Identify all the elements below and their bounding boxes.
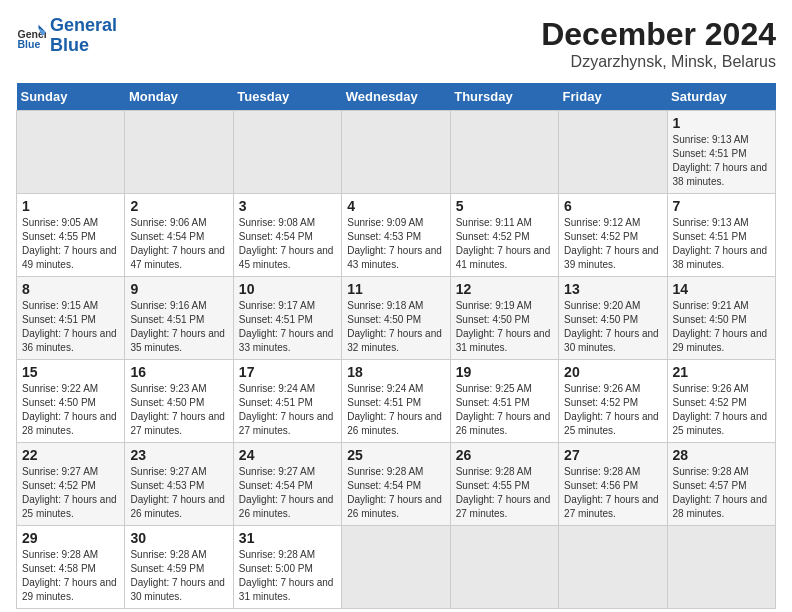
day-number: 10: [239, 281, 336, 297]
page-header: General Blue GeneralBlue December 2024 D…: [16, 16, 776, 71]
calendar-cell: 21Sunrise: 9:26 AMSunset: 4:52 PMDayligh…: [667, 360, 775, 443]
day-number: 19: [456, 364, 553, 380]
day-detail: Sunrise: 9:06 AMSunset: 4:54 PMDaylight:…: [130, 216, 227, 272]
day-number: 29: [22, 530, 119, 546]
col-header-sunday: Sunday: [17, 83, 125, 111]
day-number: 11: [347, 281, 444, 297]
day-number: 5: [456, 198, 553, 214]
calendar-week-4: 15Sunrise: 9:22 AMSunset: 4:50 PMDayligh…: [17, 360, 776, 443]
day-number: 16: [130, 364, 227, 380]
calendar-cell: 26Sunrise: 9:28 AMSunset: 4:55 PMDayligh…: [450, 443, 558, 526]
calendar-cell: 9Sunrise: 9:16 AMSunset: 4:51 PMDaylight…: [125, 277, 233, 360]
day-detail: Sunrise: 9:13 AMSunset: 4:51 PMDaylight:…: [673, 216, 770, 272]
day-detail: Sunrise: 9:27 AMSunset: 4:53 PMDaylight:…: [130, 465, 227, 521]
calendar-cell: [342, 111, 450, 194]
calendar-cell: 2Sunrise: 9:06 AMSunset: 4:54 PMDaylight…: [125, 194, 233, 277]
calendar-cell: 10Sunrise: 9:17 AMSunset: 4:51 PMDayligh…: [233, 277, 341, 360]
calendar-cell: 8Sunrise: 9:15 AMSunset: 4:51 PMDaylight…: [17, 277, 125, 360]
day-number: 4: [347, 198, 444, 214]
calendar-cell: 31Sunrise: 9:28 AMSunset: 5:00 PMDayligh…: [233, 526, 341, 609]
calendar-week-3: 8Sunrise: 9:15 AMSunset: 4:51 PMDaylight…: [17, 277, 776, 360]
day-detail: Sunrise: 9:20 AMSunset: 4:50 PMDaylight:…: [564, 299, 661, 355]
calendar-cell: 24Sunrise: 9:27 AMSunset: 4:54 PMDayligh…: [233, 443, 341, 526]
day-detail: Sunrise: 9:19 AMSunset: 4:50 PMDaylight:…: [456, 299, 553, 355]
logo: General Blue GeneralBlue: [16, 16, 117, 56]
day-detail: Sunrise: 9:08 AMSunset: 4:54 PMDaylight:…: [239, 216, 336, 272]
day-detail: Sunrise: 9:24 AMSunset: 4:51 PMDaylight:…: [239, 382, 336, 438]
day-number: 30: [130, 530, 227, 546]
day-detail: Sunrise: 9:12 AMSunset: 4:52 PMDaylight:…: [564, 216, 661, 272]
day-number: 28: [673, 447, 770, 463]
day-detail: Sunrise: 9:22 AMSunset: 4:50 PMDaylight:…: [22, 382, 119, 438]
day-number: 31: [239, 530, 336, 546]
day-detail: Sunrise: 9:28 AMSunset: 4:54 PMDaylight:…: [347, 465, 444, 521]
calendar-week-6: 29Sunrise: 9:28 AMSunset: 4:58 PMDayligh…: [17, 526, 776, 609]
day-number: 6: [564, 198, 661, 214]
calendar-cell: 18Sunrise: 9:24 AMSunset: 4:51 PMDayligh…: [342, 360, 450, 443]
day-number: 3: [239, 198, 336, 214]
day-detail: Sunrise: 9:05 AMSunset: 4:55 PMDaylight:…: [22, 216, 119, 272]
day-detail: Sunrise: 9:28 AMSunset: 5:00 PMDaylight:…: [239, 548, 336, 604]
calendar-cell: 11Sunrise: 9:18 AMSunset: 4:50 PMDayligh…: [342, 277, 450, 360]
page-subtitle: Dzyarzhynsk, Minsk, Belarus: [541, 53, 776, 71]
col-header-wednesday: Wednesday: [342, 83, 450, 111]
calendar-cell: [559, 526, 667, 609]
day-detail: Sunrise: 9:15 AMSunset: 4:51 PMDaylight:…: [22, 299, 119, 355]
calendar-cell: 27Sunrise: 9:28 AMSunset: 4:56 PMDayligh…: [559, 443, 667, 526]
calendar-cell: 19Sunrise: 9:25 AMSunset: 4:51 PMDayligh…: [450, 360, 558, 443]
day-detail: Sunrise: 9:21 AMSunset: 4:50 PMDaylight:…: [673, 299, 770, 355]
col-header-friday: Friday: [559, 83, 667, 111]
svg-text:Blue: Blue: [18, 38, 41, 50]
col-header-tuesday: Tuesday: [233, 83, 341, 111]
logo-icon: General Blue: [16, 21, 46, 51]
day-number: 25: [347, 447, 444, 463]
calendar-cell: 25Sunrise: 9:28 AMSunset: 4:54 PMDayligh…: [342, 443, 450, 526]
day-detail: Sunrise: 9:27 AMSunset: 4:52 PMDaylight:…: [22, 465, 119, 521]
calendar-cell: 20Sunrise: 9:26 AMSunset: 4:52 PMDayligh…: [559, 360, 667, 443]
calendar-cell: 22Sunrise: 9:27 AMSunset: 4:52 PMDayligh…: [17, 443, 125, 526]
calendar-cell: 17Sunrise: 9:24 AMSunset: 4:51 PMDayligh…: [233, 360, 341, 443]
calendar-cell: 28Sunrise: 9:28 AMSunset: 4:57 PMDayligh…: [667, 443, 775, 526]
calendar-cell: 30Sunrise: 9:28 AMSunset: 4:59 PMDayligh…: [125, 526, 233, 609]
day-detail: Sunrise: 9:09 AMSunset: 4:53 PMDaylight:…: [347, 216, 444, 272]
calendar-cell: 7Sunrise: 9:13 AMSunset: 4:51 PMDaylight…: [667, 194, 775, 277]
day-number: 17: [239, 364, 336, 380]
page-title: December 2024: [541, 16, 776, 53]
day-detail: Sunrise: 9:28 AMSunset: 4:59 PMDaylight:…: [130, 548, 227, 604]
calendar-header-row: SundayMondayTuesdayWednesdayThursdayFrid…: [17, 83, 776, 111]
calendar-cell: 3Sunrise: 9:08 AMSunset: 4:54 PMDaylight…: [233, 194, 341, 277]
calendar-cell: [17, 111, 125, 194]
day-number: 27: [564, 447, 661, 463]
day-detail: Sunrise: 9:28 AMSunset: 4:58 PMDaylight:…: [22, 548, 119, 604]
col-header-saturday: Saturday: [667, 83, 775, 111]
calendar-cell: 4Sunrise: 9:09 AMSunset: 4:53 PMDaylight…: [342, 194, 450, 277]
calendar-cell: 15Sunrise: 9:22 AMSunset: 4:50 PMDayligh…: [17, 360, 125, 443]
day-number: 23: [130, 447, 227, 463]
day-detail: Sunrise: 9:28 AMSunset: 4:57 PMDaylight:…: [673, 465, 770, 521]
day-number: 18: [347, 364, 444, 380]
title-block: December 2024 Dzyarzhynsk, Minsk, Belaru…: [541, 16, 776, 71]
day-number: 2: [130, 198, 227, 214]
day-number: 21: [673, 364, 770, 380]
calendar-cell: 1Sunrise: 9:13 AMSunset: 4:51 PMDaylight…: [667, 111, 775, 194]
calendar-week-2: 1Sunrise: 9:05 AMSunset: 4:55 PMDaylight…: [17, 194, 776, 277]
calendar-cell: 6Sunrise: 9:12 AMSunset: 4:52 PMDaylight…: [559, 194, 667, 277]
day-detail: Sunrise: 9:27 AMSunset: 4:54 PMDaylight:…: [239, 465, 336, 521]
day-number: 9: [130, 281, 227, 297]
day-detail: Sunrise: 9:13 AMSunset: 4:51 PMDaylight:…: [673, 133, 770, 189]
calendar-cell: [125, 111, 233, 194]
calendar-week-1: 1Sunrise: 9:13 AMSunset: 4:51 PMDaylight…: [17, 111, 776, 194]
day-detail: Sunrise: 9:26 AMSunset: 4:52 PMDaylight:…: [673, 382, 770, 438]
day-number: 15: [22, 364, 119, 380]
day-detail: Sunrise: 9:25 AMSunset: 4:51 PMDaylight:…: [456, 382, 553, 438]
day-detail: Sunrise: 9:26 AMSunset: 4:52 PMDaylight:…: [564, 382, 661, 438]
day-detail: Sunrise: 9:24 AMSunset: 4:51 PMDaylight:…: [347, 382, 444, 438]
day-number: 20: [564, 364, 661, 380]
col-header-thursday: Thursday: [450, 83, 558, 111]
day-detail: Sunrise: 9:23 AMSunset: 4:50 PMDaylight:…: [130, 382, 227, 438]
day-number: 13: [564, 281, 661, 297]
day-detail: Sunrise: 9:17 AMSunset: 4:51 PMDaylight:…: [239, 299, 336, 355]
calendar-cell: 1Sunrise: 9:05 AMSunset: 4:55 PMDaylight…: [17, 194, 125, 277]
day-number: 22: [22, 447, 119, 463]
calendar-cell: 5Sunrise: 9:11 AMSunset: 4:52 PMDaylight…: [450, 194, 558, 277]
